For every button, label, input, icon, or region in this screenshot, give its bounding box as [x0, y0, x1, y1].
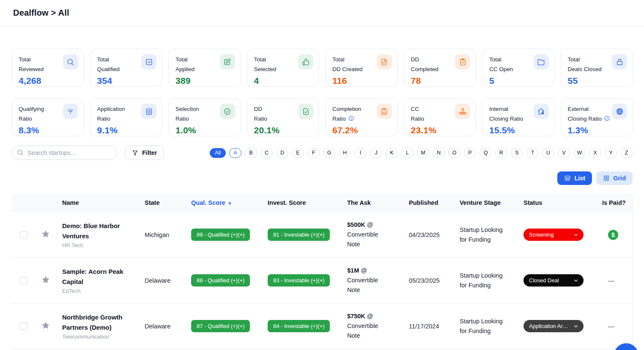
alpha-pill-y[interactable]: Y: [605, 148, 617, 158]
table-row: Demo: Blue Harbor VenturesHR TechMichiga…: [11, 212, 632, 258]
alpha-pill-l[interactable]: L: [401, 148, 414, 158]
info-icon[interactable]: [604, 115, 610, 121]
list-icon: [564, 175, 571, 182]
stat-value: 4: [254, 76, 312, 86]
is-paid-cell: $: [608, 230, 632, 240]
startup-name[interactable]: Demo: Blue Harbor Ventures: [62, 221, 131, 241]
star-icon[interactable]: [41, 275, 50, 284]
row-checkbox[interactable]: [20, 277, 27, 284]
qual-score-badge: 87 - Qualified (+)(+): [191, 320, 250, 332]
alpha-pill-u[interactable]: U: [542, 148, 554, 158]
row-checkbox[interactable]: [20, 231, 27, 239]
alpha-pill-o[interactable]: O: [448, 148, 460, 158]
clipboard-chart-icon: [377, 104, 392, 119]
stat-value: 5: [489, 76, 548, 86]
stats-row-top: TotalReviewed4,268TotalQualified354Total…: [11, 49, 633, 87]
star-icon[interactable]: [41, 321, 50, 330]
alpha-pill-a[interactable]: A: [229, 148, 241, 158]
column-header-name[interactable]: Name: [62, 199, 145, 206]
startup-category: Telecommunication: [62, 333, 145, 340]
column-header-qual-score[interactable]: Qual. Score▼: [191, 199, 268, 206]
column-header-venture-stage[interactable]: Venture Stage: [460, 199, 523, 206]
stat-value: 23.1%: [411, 125, 469, 135]
status-dropdown[interactable]: Application Archived: [523, 320, 584, 332]
alpha-pill-j[interactable]: J: [370, 148, 382, 158]
qual-score-badge: 89 - Qualified (+)(+): [191, 229, 250, 241]
page-header: Dealflow > All: [0, 0, 644, 26]
alphabet-filter: AllABCDEFGHIJKLMNOPQRSTUVWXYZ: [210, 148, 633, 158]
row-checkbox[interactable]: [20, 322, 27, 330]
alpha-pill-i[interactable]: I: [354, 148, 367, 158]
info-icon[interactable]: [348, 115, 354, 121]
status-dropdown[interactable]: Screening: [523, 229, 584, 241]
stat-card: TotalDeals Closed55: [561, 49, 633, 87]
stat-card: ApplicationRatio9.1%: [90, 98, 162, 136]
stat-card: TotalCC Open5: [482, 49, 554, 87]
grid-view-button[interactable]: Grid: [596, 171, 633, 185]
list-view-button[interactable]: List: [557, 171, 592, 185]
alpha-pill-w[interactable]: W: [573, 148, 586, 158]
startup-name[interactable]: Sample: Acorn Peak Capital: [62, 267, 131, 287]
column-header-the-ask[interactable]: The Ask: [347, 199, 409, 206]
column-header-state[interactable]: State: [145, 199, 191, 206]
filter-lines-icon: [63, 104, 78, 119]
venture-stage: Startup Looking for Funding: [460, 271, 510, 290]
startup-state: Delaware: [145, 277, 191, 284]
search-box: [11, 146, 117, 160]
alpha-pill-h[interactable]: H: [339, 148, 351, 158]
alpha-pill-g[interactable]: G: [323, 148, 335, 158]
venture-stage: Startup Looking for Funding: [460, 225, 510, 245]
startups-table: NameStateQual. Score▼Invest. ScoreThe As…: [11, 193, 633, 349]
published-date: 11/17/2024: [409, 323, 460, 330]
alpha-pill-k[interactable]: K: [386, 148, 398, 158]
search-input[interactable]: [11, 146, 117, 160]
checkbox-icon: [141, 54, 156, 69]
alpha-pill-n[interactable]: N: [433, 148, 445, 158]
alpha-pill-z[interactable]: Z: [620, 148, 633, 158]
alpha-pill-all[interactable]: All: [210, 148, 226, 158]
folder-icon: [534, 54, 549, 69]
filter-button[interactable]: Filter: [125, 146, 164, 160]
alpha-pill-e[interactable]: E: [292, 148, 304, 158]
view-toggle: List Grid: [11, 171, 633, 185]
status-label: Closed Deal: [529, 277, 570, 284]
stat-value: 9.1%: [97, 125, 156, 135]
alpha-pill-q[interactable]: Q: [480, 148, 492, 158]
alpha-pill-p[interactable]: P: [464, 148, 476, 158]
grid-icon: [603, 175, 610, 182]
invest-score-badge: 83 - Investable (+)(+): [268, 274, 330, 287]
star-icon[interactable]: [41, 229, 50, 239]
alpha-pill-x[interactable]: X: [589, 148, 601, 158]
clipboard-list-icon: [141, 104, 156, 119]
breadcrumb: Dealflow > All: [13, 8, 69, 18]
document-icon: [377, 54, 392, 69]
column-header-status[interactable]: Status: [523, 199, 602, 206]
alpha-pill-r[interactable]: R: [495, 148, 507, 158]
not-paid-dash: —: [608, 277, 614, 284]
stat-value: 4,268: [19, 76, 77, 86]
chevron-down-icon: [573, 278, 579, 284]
alpha-pill-m[interactable]: M: [417, 148, 429, 158]
stat-card: TotalQualified354: [90, 49, 162, 87]
alpha-pill-b[interactable]: B: [245, 148, 257, 158]
startup-name[interactable]: Northbridge Growth Partners (Demo): [62, 312, 131, 333]
alpha-pill-v[interactable]: V: [558, 148, 570, 158]
filter-button-label: Filter: [142, 149, 157, 156]
alpha-pill-t[interactable]: T: [526, 148, 539, 158]
alpha-pill-d[interactable]: D: [276, 148, 288, 158]
alpha-pill-f[interactable]: F: [307, 148, 320, 158]
stat-value: 15.5%: [489, 125, 548, 135]
alpha-pill-c[interactable]: C: [260, 148, 273, 158]
hierarchy-icon: [455, 104, 470, 119]
column-header-published[interactable]: Published: [409, 199, 460, 206]
status-dropdown[interactable]: Closed Deal: [523, 274, 584, 287]
search-icon: [63, 54, 78, 69]
stat-card: TotalSelected4: [247, 49, 319, 87]
stat-card: TotalDD Created116: [325, 49, 397, 87]
startup-state: Delaware: [145, 323, 191, 330]
stats-row-ratios: QualifyingRatio8.3%ApplicationRatio9.1%S…: [11, 98, 633, 136]
alpha-pill-s[interactable]: S: [511, 148, 523, 158]
column-header-is-paid-[interactable]: Is Paid?: [602, 199, 632, 206]
column-header-invest-score[interactable]: Invest. Score: [268, 199, 347, 206]
stat-value: 8.3%: [19, 125, 77, 135]
